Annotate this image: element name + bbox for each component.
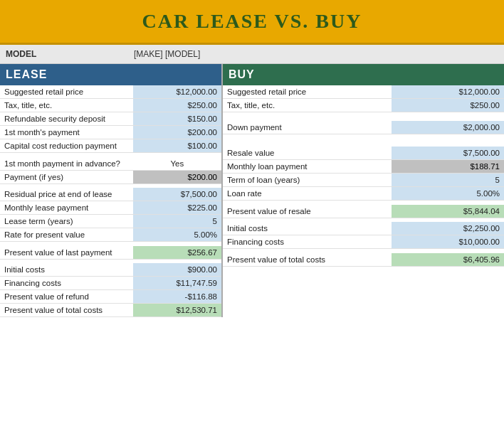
row-value[interactable]: -$116.88	[133, 290, 221, 304]
row-value[interactable]: $200.00	[133, 126, 221, 139]
table-row: Refundable security deposit$150.00	[0, 112, 221, 126]
table-row: Term of loan (years)5	[223, 174, 504, 187]
row-label: Present value of resale	[223, 205, 392, 218]
table-row: Monthly loan payment$188.71	[223, 160, 504, 174]
row-value[interactable]: $6,405.96	[392, 253, 504, 267]
table-row: Financing costs$10,000.00	[223, 235, 504, 249]
row-value[interactable]: Yes	[133, 157, 221, 171]
row-label: Financing costs	[223, 235, 392, 249]
table-row: Tax, title, etc.$250.00	[223, 99, 504, 112]
row-label: Capital cost reduction payment	[0, 139, 133, 153]
row-label: Financing costs	[0, 277, 133, 290]
row-value[interactable]: $256.67	[133, 246, 221, 260]
lease-header: LEASE	[0, 64, 221, 85]
buy-column: BUY Suggested retail price$12,000.00Tax,…	[223, 64, 504, 317]
row-label: Lease term (years)	[0, 215, 133, 228]
row-label: Rate for present value	[0, 228, 133, 242]
table-row: Payment (if yes)$200.00	[0, 170, 221, 183]
row-label: Suggested retail price	[223, 85, 392, 99]
row-label: Present value of total costs	[223, 253, 392, 267]
buy-table: Suggested retail price$12,000.00Tax, tit…	[223, 85, 504, 267]
row-value[interactable]: $12,530.71	[133, 304, 221, 317]
row-label: Monthly loan payment	[223, 160, 392, 174]
table-row: Present value of total costs$12,530.71	[0, 304, 221, 317]
table-row: Capital cost reduction payment$100.00	[0, 139, 221, 153]
row-value[interactable]: $7,500.00	[392, 147, 504, 160]
table-row: Present value of resale$5,844.04	[223, 205, 504, 218]
row-value[interactable]: $12,000.00	[392, 85, 504, 99]
table-row: Loan rate5.00%	[223, 187, 504, 201]
row-label: Residual price at end of lease	[0, 188, 133, 201]
row-label: Resale value	[223, 147, 392, 160]
table-row: Rate for present value5.00%	[0, 228, 221, 242]
row-label: Monthly lease payment	[0, 201, 133, 215]
row-label: Refundable security deposit	[0, 112, 133, 126]
row-value[interactable]: 5	[392, 174, 504, 187]
row-label: Term of loan (years)	[223, 174, 392, 187]
model-label: MODEL	[6, 49, 134, 59]
table-row: Financing costs$11,747.59	[0, 277, 221, 290]
row-value[interactable]: $250.00	[392, 99, 504, 112]
lease-column: LEASE Suggested retail price$12,000.00Ta…	[0, 64, 223, 317]
table-row: Initial costs$2,250.00	[223, 222, 504, 235]
row-value[interactable]: 5	[133, 215, 221, 228]
table-row: Suggested retail price$12,000.00	[223, 85, 504, 99]
table-row: Present value of total costs$6,405.96	[223, 253, 504, 267]
title-bar: CAR LEASE VS. BUY	[0, 0, 504, 45]
table-row: Present value of refund-$116.88	[0, 290, 221, 304]
row-label: 1st month payment in advance?	[0, 157, 133, 171]
table-row: Down payment$2,000.00	[223, 121, 504, 134]
row-value[interactable]: $10,000.00	[392, 235, 504, 249]
row-value[interactable]: 5.00%	[133, 228, 221, 242]
table-row: Present value of last payment$256.67	[0, 246, 221, 260]
row-label: Tax, title, etc.	[223, 99, 392, 112]
row-label: Present value of total costs	[0, 304, 133, 317]
table-row: 1st month's payment$200.00	[0, 126, 221, 139]
row-value[interactable]: $5,844.04	[392, 205, 504, 218]
row-value[interactable]: $250.00	[133, 99, 221, 112]
row-label: 1st month's payment	[0, 126, 133, 139]
row-value[interactable]: $900.00	[133, 263, 221, 277]
row-value[interactable]: $11,747.59	[133, 277, 221, 290]
table-row: Monthly lease payment$225.00	[0, 201, 221, 215]
row-value[interactable]: $150.00	[133, 112, 221, 126]
table-row: Resale value$7,500.00	[223, 147, 504, 160]
row-label: Present value of refund	[0, 290, 133, 304]
row-value[interactable]: $225.00	[133, 201, 221, 215]
row-value[interactable]: 5.00%	[392, 187, 504, 201]
row-label: Down payment	[223, 121, 392, 134]
row-label: Initial costs	[223, 222, 392, 235]
table-row: Residual price at end of lease$7,500.00	[0, 188, 221, 201]
row-label: Tax, title, etc.	[0, 99, 133, 112]
table-row: Suggested retail price$12,000.00	[0, 85, 221, 99]
row-value[interactable]: $188.71	[392, 160, 504, 174]
row-value[interactable]: $100.00	[133, 139, 221, 153]
row-label: Present value of last payment	[0, 246, 133, 260]
row-label: Payment (if yes)	[0, 170, 133, 183]
row-label: Suggested retail price	[0, 85, 133, 99]
row-value[interactable]: $200.00	[133, 170, 221, 183]
model-row: MODEL [MAKE] [MODEL]	[0, 45, 504, 64]
row-label: Initial costs	[0, 263, 133, 277]
row-value[interactable]: $2,000.00	[392, 121, 504, 134]
table-row: Lease term (years)5	[0, 215, 221, 228]
table-row: Initial costs$900.00	[0, 263, 221, 277]
lease-table: Suggested retail price$12,000.00Tax, tit…	[0, 85, 221, 317]
model-value[interactable]: [MAKE] [MODEL]	[134, 49, 498, 59]
row-value[interactable]: $2,250.00	[392, 222, 504, 235]
row-value[interactable]: $12,000.00	[133, 85, 221, 99]
buy-header: BUY	[223, 64, 504, 85]
row-value[interactable]: $7,500.00	[133, 188, 221, 201]
table-row: Tax, title, etc.$250.00	[0, 99, 221, 112]
row-label: Loan rate	[223, 187, 392, 201]
table-row: 1st month payment in advance?Yes	[0, 157, 221, 171]
